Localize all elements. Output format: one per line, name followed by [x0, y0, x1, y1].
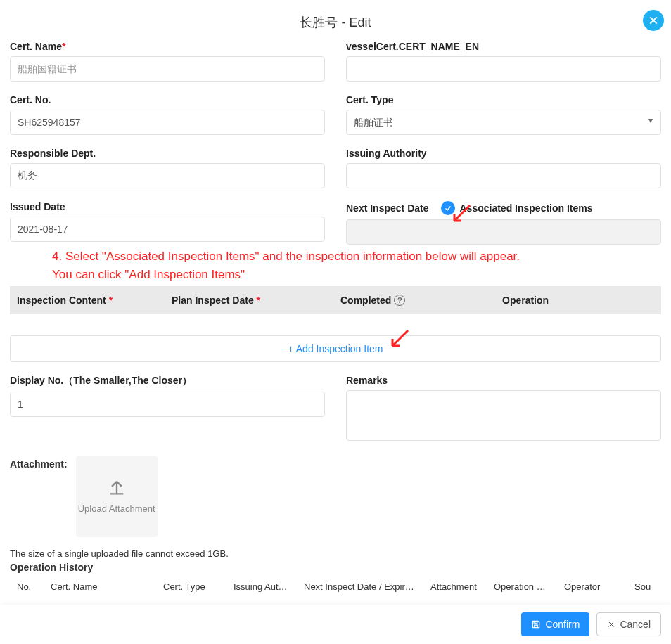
history-table-header: No. Cert. Name Cert. Type Issuing Aut… N… [10, 577, 661, 596]
close-button[interactable] [643, 10, 664, 31]
issued-date-label: Issued Date [10, 201, 325, 212]
close-icon [648, 15, 659, 26]
display-no-label: Display No.（The Smaller,The Closer） [10, 375, 325, 387]
cert-name-input[interactable] [10, 56, 325, 82]
cert-name-en-input[interactable] [346, 56, 661, 82]
upload-icon [107, 477, 127, 497]
check-icon [444, 204, 452, 212]
upload-attachment-button[interactable]: Upload Attachment [76, 456, 158, 537]
assoc-items-checkbox[interactable] [441, 201, 455, 215]
cert-type-label: Cert. Type [346, 94, 661, 105]
cert-name-en-label: vesselCert.CERT_NAME_EN [346, 41, 661, 52]
remarks-textarea[interactable] [346, 390, 661, 441]
inspection-table-header: Inspection Content * Plan Inspect Date *… [10, 286, 661, 314]
resp-dept-label: Responsible Dept. [10, 148, 325, 159]
display-no-input[interactable] [10, 392, 325, 417]
issued-date-input[interactable] [10, 217, 325, 242]
attachment-label: Attachment: [10, 456, 68, 470]
issuing-auth-label: Issuing Authority [346, 148, 661, 159]
assoc-items-label: Associated Inspection Items [459, 202, 592, 214]
confirm-button[interactable]: Confirm [521, 612, 589, 636]
operation-history-title: Operation History [10, 562, 661, 573]
cancel-button[interactable]: Cancel [596, 612, 661, 636]
next-inspect-label: Next Inspect Date Associated Inspection … [346, 201, 661, 215]
cert-type-select[interactable]: 船舶证书 [346, 110, 661, 135]
annotation-text: 4. Select "Associated Inspection Items" … [10, 247, 661, 286]
help-icon[interactable]: ? [394, 295, 405, 306]
cancel-icon [607, 620, 615, 629]
add-inspection-item-button[interactable]: + Add Inspection Item [10, 335, 661, 362]
page-title: 长胜号 - Edit [300, 15, 371, 30]
save-icon [531, 619, 541, 629]
upload-size-hint: The size of a single uploaded file canno… [10, 548, 661, 559]
cert-no-input[interactable] [10, 110, 325, 135]
issuing-auth-input[interactable] [346, 163, 661, 188]
resp-dept-input[interactable] [10, 163, 325, 188]
cert-no-label: Cert. No. [10, 94, 325, 105]
cert-name-label: Cert. Name* [10, 41, 325, 52]
next-inspect-input [346, 219, 661, 245]
remarks-label: Remarks [346, 375, 661, 386]
